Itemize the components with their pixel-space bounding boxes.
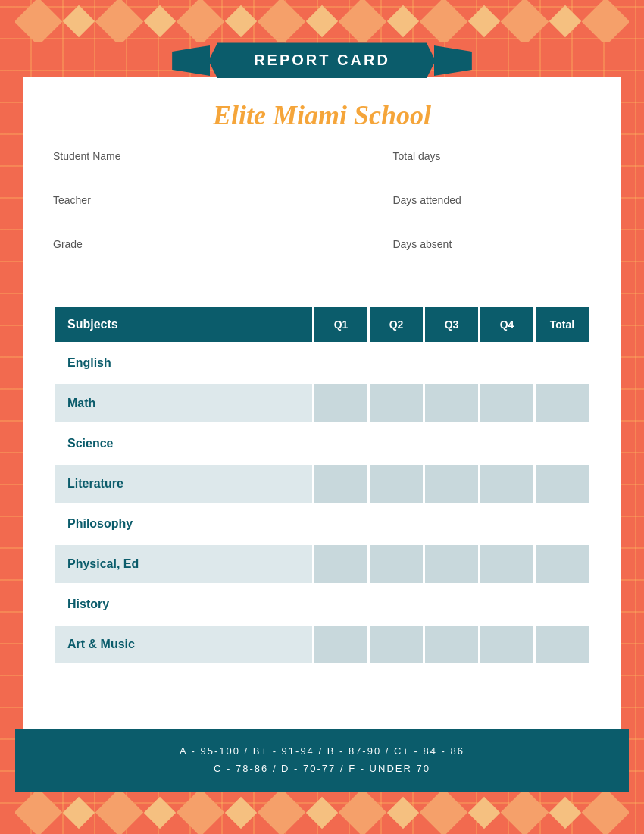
table-row: Literature: [55, 465, 589, 503]
total-days-input[interactable]: [392, 165, 591, 180]
table-row: Philosophy: [55, 505, 589, 543]
grade-cell-q1[interactable]: [314, 344, 367, 382]
subject-cell: English: [55, 344, 312, 382]
subject-cell: Science: [55, 425, 312, 462]
subject-cell: Philosophy: [55, 505, 312, 543]
banner-wing-left: [172, 45, 210, 76]
grade-cell-q2[interactable]: [370, 585, 423, 623]
teacher-field: Teacher: [53, 194, 370, 224]
banner-wing-right: [434, 45, 472, 76]
banner-title: REPORT CARD: [208, 42, 436, 78]
subject-cell: Art & Music: [55, 626, 312, 663]
grade-cell-q4[interactable]: [480, 505, 533, 543]
grade-cell-q1[interactable]: [314, 465, 367, 503]
report-card: Elite Miami School Student Name Teacher …: [23, 77, 621, 728]
total-days-field: Total days: [392, 150, 591, 180]
days-attended-field: Days attended: [392, 194, 591, 224]
grade-cell-total[interactable]: [536, 505, 589, 543]
grade-cell-q2[interactable]: [370, 344, 423, 382]
header-total: Total: [536, 307, 589, 342]
info-left: Student Name Teacher Grade: [53, 150, 370, 282]
grade-cell-total[interactable]: [536, 626, 589, 663]
grade-cell-q2[interactable]: [370, 384, 423, 422]
student-name-input[interactable]: [53, 165, 370, 180]
grade-cell-q3[interactable]: [425, 585, 478, 623]
subject-cell: Physical, Ed: [55, 545, 312, 583]
grade-cell-q1[interactable]: [314, 384, 367, 422]
days-absent-input[interactable]: [392, 253, 591, 268]
grades-table: Subjects Q1 Q2 Q3 Q4 Total EnglishMathSc…: [53, 305, 591, 666]
grade-cell-q1[interactable]: [314, 626, 367, 663]
grade-cell-total[interactable]: [536, 344, 589, 382]
grade-cell-q4[interactable]: [480, 545, 533, 583]
total-days-label: Total days: [392, 150, 591, 162]
grade-cell-q2[interactable]: [370, 465, 423, 503]
school-name: Elite Miami School: [53, 99, 591, 131]
grade-cell-q2[interactable]: [370, 545, 423, 583]
student-name-label: Student Name: [53, 150, 370, 162]
footer-line1: A - 95-100 / B+ - 91-94 / B - 87-90 / C+…: [38, 742, 606, 760]
footer: A - 95-100 / B+ - 91-94 / B - 87-90 / C+…: [15, 729, 629, 792]
table-row: English: [55, 344, 589, 382]
grade-cell-q3[interactable]: [425, 344, 478, 382]
footer-line2: C - 78-86 / D - 70-77 / F - UNDER 70: [38, 760, 606, 777]
student-name-field: Student Name: [53, 150, 370, 180]
grade-cell-q3[interactable]: [425, 384, 478, 422]
table-row: Science: [55, 425, 589, 462]
header-q2: Q2: [370, 307, 423, 342]
grade-cell-q1[interactable]: [314, 545, 367, 583]
days-attended-label: Days attended: [392, 194, 591, 206]
grade-cell-q3[interactable]: [425, 626, 478, 663]
table-row: Physical, Ed: [55, 545, 589, 583]
grade-label: Grade: [53, 238, 370, 250]
grade-cell-q4[interactable]: [480, 465, 533, 503]
grade-cell-q1[interactable]: [314, 505, 367, 543]
table-header-row: Subjects Q1 Q2 Q3 Q4 Total: [55, 307, 589, 342]
grade-cell-total[interactable]: [536, 585, 589, 623]
grade-cell-total[interactable]: [536, 425, 589, 462]
grade-cell-q2[interactable]: [370, 505, 423, 543]
grade-cell-q3[interactable]: [425, 505, 478, 543]
grade-cell-q1[interactable]: [314, 425, 367, 462]
grade-cell-q4[interactable]: [480, 344, 533, 382]
grade-cell-q2[interactable]: [370, 626, 423, 663]
grade-cell-q1[interactable]: [314, 585, 367, 623]
grade-input[interactable]: [53, 253, 370, 268]
header-subjects: Subjects: [55, 307, 312, 342]
subject-cell: Math: [55, 384, 312, 422]
grade-cell-q2[interactable]: [370, 425, 423, 462]
table-row: Art & Music: [55, 626, 589, 663]
teacher-label: Teacher: [53, 194, 370, 206]
days-attended-input[interactable]: [392, 209, 591, 224]
subject-cell: History: [55, 585, 312, 623]
table-row: History: [55, 585, 589, 623]
grade-field: Grade: [53, 238, 370, 268]
table-row: Math: [55, 384, 589, 422]
grade-cell-q3[interactable]: [425, 425, 478, 462]
header-q3: Q3: [425, 307, 478, 342]
grade-cell-q3[interactable]: [425, 465, 478, 503]
info-section: Student Name Teacher Grade Total days: [53, 150, 591, 282]
grade-cell-q3[interactable]: [425, 545, 478, 583]
grade-cell-q4[interactable]: [480, 425, 533, 462]
grade-cell-total[interactable]: [536, 465, 589, 503]
grade-cell-total[interactable]: [536, 384, 589, 422]
subject-cell: Literature: [55, 465, 312, 503]
teacher-input[interactable]: [53, 209, 370, 224]
banner: REPORT CARD: [172, 42, 472, 78]
header-q4: Q4: [480, 307, 533, 342]
grade-cell-total[interactable]: [536, 545, 589, 583]
info-right: Total days Days attended Days absent: [392, 150, 591, 282]
header-q1: Q1: [314, 307, 367, 342]
grade-cell-q4[interactable]: [480, 384, 533, 422]
grade-cell-q4[interactable]: [480, 626, 533, 663]
days-absent-label: Days absent: [392, 238, 591, 250]
days-absent-field: Days absent: [392, 238, 591, 268]
grade-cell-q4[interactable]: [480, 585, 533, 623]
